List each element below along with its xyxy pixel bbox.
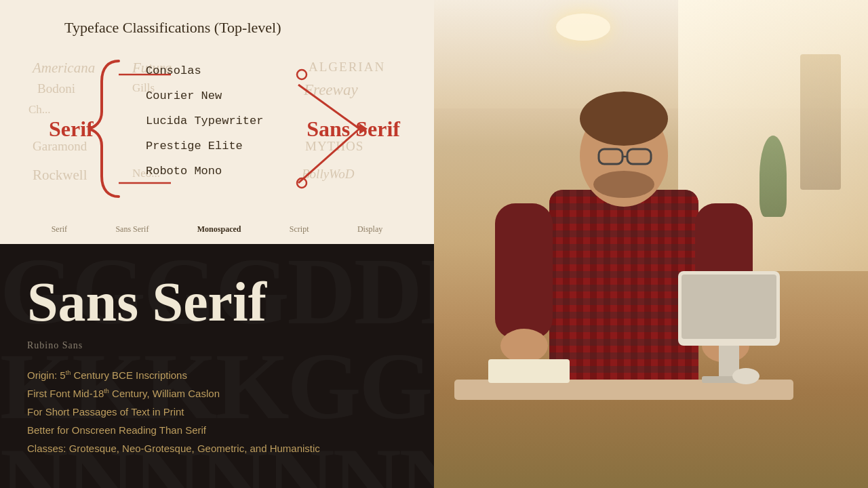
cat-label-script: Script	[290, 224, 309, 235]
fact-1: Origin: 5th Century BCE Inscriptions	[27, 369, 320, 381]
chart-title: Typeface Classifications (Top-level)	[64, 19, 281, 37]
sans-serif-heading: Sans Serif	[27, 274, 267, 330]
font-lucida-typewriter: Lucida Typewriter	[146, 115, 263, 127]
cat-label-monospaced: Monospaced	[197, 224, 241, 235]
serif-label: Serif	[49, 117, 94, 142]
fact-5: Classes: Grotesque, Neo-Grotesque, Geome…	[27, 443, 320, 454]
plant	[760, 136, 787, 217]
fact-3: For Short Passages of Text in Print	[27, 406, 320, 418]
right-panel	[434, 0, 868, 488]
category-labels: Serif Sans Serif Monospaced Script Displ…	[0, 224, 434, 235]
left-panel: Americana Futura ALGERIAN Bodoni Gills F…	[0, 0, 434, 488]
svg-point-17	[593, 171, 654, 198]
font-roboto-mono: Roboto Mono	[146, 165, 263, 178]
svg-rect-8	[549, 190, 698, 393]
monospaced-font-list: Consolas Courier New Lucida Typewriter P…	[146, 64, 263, 178]
svg-point-22	[500, 329, 548, 363]
person-silhouette	[454, 68, 793, 488]
rubino-label: Rubino Sans	[27, 340, 83, 351]
font-consolas: Consolas	[146, 64, 263, 77]
column	[800, 54, 841, 190]
top-section: Americana Futura ALGERIAN Bodoni Gills F…	[0, 0, 434, 244]
fact-4: Better for Onscreen Reading Than Serif	[27, 424, 320, 436]
svg-point-30	[732, 368, 760, 384]
info-list: Origin: 5th Century BCE Inscriptions Fir…	[27, 369, 320, 461]
sans-serif-label: Sans Serif	[307, 117, 400, 142]
cat-label-display: Display	[357, 224, 382, 235]
font-prestige-elite: Prestige Elite	[146, 140, 263, 152]
cat-label-serif: Serif	[52, 224, 67, 235]
svg-rect-19	[495, 203, 553, 339]
font-courier-new: Courier New	[146, 89, 263, 102]
cat-label-sans-serif: Sans Serif	[115, 224, 149, 235]
svg-point-13	[580, 92, 668, 146]
bottom-section: GGGGDDDDEEEEFFFFHHHHIIIIJJJJ KKKKGGGGCCC…	[0, 244, 434, 488]
ceiling-light	[556, 14, 610, 41]
fact-2: First Font Mid-18th Century, William Cas…	[27, 388, 320, 399]
svg-point-5	[297, 70, 307, 79]
svg-rect-26	[682, 274, 776, 339]
svg-rect-29	[488, 359, 570, 383]
office-photo	[434, 0, 868, 488]
